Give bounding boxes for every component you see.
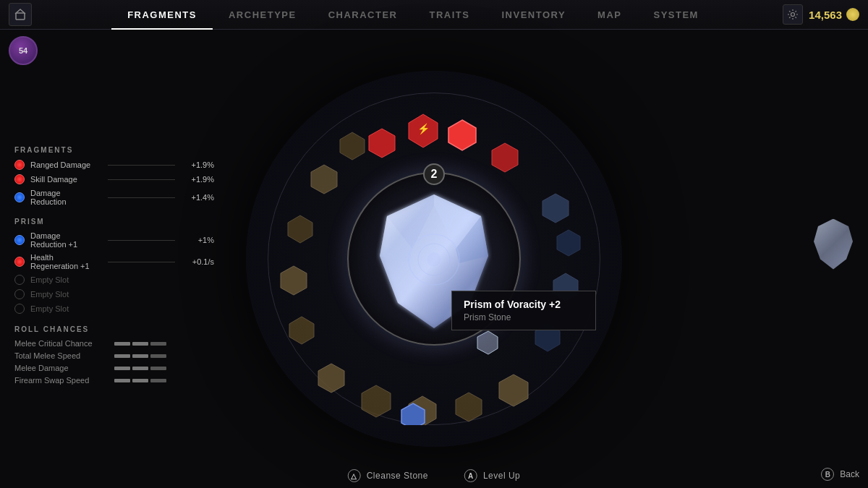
- svg-marker-7: [492, 143, 518, 172]
- svg-marker-8: [542, 194, 569, 223]
- home-nav-icon[interactable]: [9, 3, 32, 26]
- nav-tabs: FRAGMENTS ARCHETYPE CHARACTER TRAITS INV…: [43, 0, 783, 30]
- nav-right: 14,563: [783, 4, 859, 25]
- currency-display: 14,563: [809, 8, 859, 21]
- tab-inventory[interactable]: INVENTORY: [485, 0, 582, 30]
- svg-marker-9: [557, 230, 580, 256]
- tab-system[interactable]: SYSTEM: [637, 0, 714, 30]
- svg-point-1: [791, 13, 795, 17]
- svg-marker-19: [288, 215, 312, 243]
- svg-rect-0: [16, 13, 25, 20]
- item-tooltip: Prism of Voracity +2 Prism Stone: [451, 291, 596, 330]
- cleanse-button[interactable]: △ Cleanse Stone: [348, 469, 428, 482]
- svg-text:⚡: ⚡: [417, 123, 430, 135]
- bottom-actions: △ Cleanse Stone A Level Up: [348, 469, 521, 482]
- top-nav: FRAGMENTS ARCHETYPE CHARACTER TRAITS INV…: [0, 0, 868, 30]
- svg-marker-5: [448, 120, 476, 150]
- right-crystal: [812, 219, 855, 270]
- svg-marker-20: [311, 165, 337, 194]
- svg-marker-4: [369, 129, 395, 158]
- svg-marker-17: [289, 317, 314, 344]
- svg-marker-13: [456, 393, 482, 421]
- currency-icon: [846, 8, 859, 21]
- svg-marker-16: [318, 364, 344, 393]
- tooltip-subtitle: Prism Stone: [464, 312, 584, 322]
- level-up-icon: A: [464, 469, 477, 482]
- level-badge: 2: [423, 163, 445, 185]
- svg-marker-12: [499, 374, 528, 406]
- tab-map[interactable]: MAP: [582, 0, 637, 30]
- tab-character[interactable]: CHARACTER: [312, 0, 414, 30]
- back-button[interactable]: B Back: [821, 468, 859, 481]
- tooltip-title: Prism of Voracity +2: [464, 299, 584, 310]
- svg-marker-18: [281, 266, 307, 295]
- tab-archetype[interactable]: ARCHETYPE: [213, 0, 312, 30]
- svg-marker-15: [362, 385, 391, 417]
- right-crystal-shape: [812, 219, 855, 270]
- cleanse-icon: △: [348, 469, 361, 482]
- svg-marker-21: [340, 132, 365, 160]
- back-icon: B: [821, 468, 834, 481]
- level-up-button[interactable]: A Level Up: [464, 469, 520, 482]
- settings-icon[interactable]: [783, 4, 803, 25]
- tab-fragments[interactable]: FRAGMENTS: [111, 0, 213, 30]
- central-area: ⚡: [0, 30, 868, 488]
- tab-traits[interactable]: TRAITS: [414, 0, 486, 30]
